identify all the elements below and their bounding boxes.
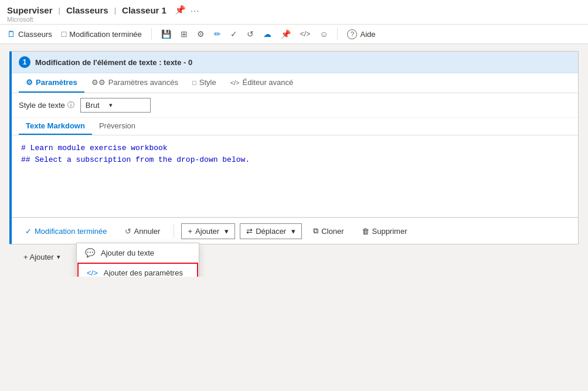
section-classeurs[interactable]: Classeurs xyxy=(66,5,108,15)
code-line-2: ## Select a subscription from the drop-d… xyxy=(21,154,569,166)
sep1: | xyxy=(59,6,60,15)
add-section-label: + Ajouter xyxy=(23,253,54,261)
style-label: Style de texte ⓘ xyxy=(19,100,74,110)
dropdown-item-texte[interactable]: 💬 Ajouter du texte xyxy=(77,243,199,262)
check-icon: ✓ xyxy=(230,29,237,39)
add-chevron-icon: ▾ xyxy=(57,253,60,261)
code-line-1: # Learn module exercise workbook xyxy=(21,142,569,154)
tab-style[interactable]: □ Style xyxy=(185,73,223,93)
app-title: Superviser xyxy=(7,5,53,15)
modif-terminee-icon: □ xyxy=(62,29,66,39)
copy-icon: ⊞ xyxy=(181,29,188,39)
toolbar-save[interactable]: 💾 xyxy=(161,29,171,39)
toolbar-settings[interactable]: ⚙ xyxy=(197,29,205,39)
refresh-icon: ↺ xyxy=(247,29,254,39)
toolbar-refresh[interactable]: ↺ xyxy=(247,29,254,39)
modif-terminee-button[interactable]: ✓ Modification terminée xyxy=(19,223,114,239)
toolbar-classeurs[interactable]: 🗒 Classeurs xyxy=(7,29,52,39)
plus-icon: + xyxy=(188,227,192,236)
panel-tabs: ⚙ Paramètres ⚙⚙ Paramètres avancés □ Sty… xyxy=(12,73,578,93)
toolbar-code[interactable]: </> xyxy=(300,30,310,38)
tab-texte-markdown[interactable]: Texte Markdown xyxy=(19,118,92,135)
toolbar-pin[interactable]: 📌 xyxy=(281,29,291,39)
md-tabs: Texte Markdown Préversion xyxy=(12,118,578,135)
ajouter-chevron-icon: ▾ xyxy=(225,227,229,236)
toolbar-edit[interactable]: ✏ xyxy=(214,29,221,39)
toolbar-share[interactable]: ☁ xyxy=(263,29,271,39)
subtitle: Microsoft xyxy=(7,16,199,23)
editeur-tab-icon: </> xyxy=(230,79,240,86)
ajouter-button[interactable]: + Ajouter ▾ xyxy=(181,223,235,239)
emoji-icon: ☺ xyxy=(320,29,328,39)
save-icon: 💾 xyxy=(161,29,171,39)
share-icon: ☁ xyxy=(263,29,271,39)
toolbar: 🗒 Classeurs □ Modification terminée 💾 ⊞ … xyxy=(0,25,588,44)
toolbar-help[interactable]: ? Aide xyxy=(347,29,375,39)
dropdown-item-parametres[interactable]: </> Ajouter des paramètres xyxy=(77,263,198,277)
style-select[interactable]: Brut ▾ xyxy=(80,98,151,113)
toolbar-copy[interactable]: ⊞ xyxy=(181,29,188,39)
code-icon: </> xyxy=(300,30,310,38)
toolbar-sep-2 xyxy=(337,28,338,40)
add-button[interactable]: + Ajouter ▾ xyxy=(19,250,65,264)
supprimer-button[interactable]: 🗑 Supprimer xyxy=(355,223,414,239)
parametres-tab-icon: ⚙ xyxy=(26,78,33,87)
cloner-icon: ⧉ xyxy=(313,226,318,236)
toolbar-modif-terminee[interactable]: □ Modification terminée xyxy=(62,29,142,39)
code-editor[interactable]: # Learn module exercise workbook ## Sele… xyxy=(12,135,578,217)
texte-icon: 💬 xyxy=(85,248,95,257)
toolbar-check[interactable]: ✓ xyxy=(230,29,237,39)
supprimer-icon: 🗑 xyxy=(362,227,369,236)
annuler-icon: ↺ xyxy=(125,227,131,236)
toolbar-sep-1 xyxy=(151,28,152,40)
edit-panel-header: 1 Modification de l'élément de texte : t… xyxy=(12,52,578,73)
tab-preversion[interactable]: Préversion xyxy=(92,118,142,135)
step-number: 1 xyxy=(19,56,30,68)
check-icon: ✓ xyxy=(25,227,32,236)
deplacer-icon: ⇄ xyxy=(246,227,253,236)
pin-icon[interactable]: 📌 xyxy=(175,5,186,15)
deplacer-button[interactable]: ⇄ Déplacer ▾ xyxy=(240,223,302,239)
annuler-button[interactable]: ↺ Annuler xyxy=(118,223,167,239)
code-h1: # Learn module exercise workbook xyxy=(21,142,168,154)
main-content: 1 Modification de l'élément de texte : t… xyxy=(0,44,588,277)
cloner-button[interactable]: ⧉ Cloner xyxy=(307,223,350,239)
more-icon[interactable]: ··· xyxy=(191,5,200,15)
toolbar-emoji[interactable]: ☺ xyxy=(320,29,328,39)
style-tab-icon: □ xyxy=(192,79,196,86)
edit-panel: 1 Modification de l'élément de texte : t… xyxy=(9,51,579,244)
action-sep-1 xyxy=(174,224,174,238)
code-h2: ## Select a subscription from the drop-d… xyxy=(21,154,250,166)
deplacer-chevron-icon: ▾ xyxy=(291,227,295,236)
parametres-avances-tab-icon: ⚙⚙ xyxy=(91,78,106,87)
action-bar: ✓ Modification terminée ↺ Annuler + Ajou… xyxy=(12,217,578,244)
toolbar-pin-icon: 📌 xyxy=(281,29,291,39)
tab-editeur-avance[interactable]: </> Éditeur avancé xyxy=(223,73,301,93)
classeurs-icon: 🗒 xyxy=(7,29,15,39)
tab-parametres-avances[interactable]: ⚙⚙ Paramètres avancés xyxy=(84,73,185,93)
tab-parametres[interactable]: ⚙ Paramètres xyxy=(19,73,84,93)
section-classeur1[interactable]: Classeur 1 xyxy=(122,5,166,15)
help-icon: ? xyxy=(347,29,357,39)
dropdown-menu: 💬 Ajouter du texte </> Ajouter des param… xyxy=(76,243,199,277)
params-icon: </> xyxy=(87,268,98,277)
edit-icon: ✏ xyxy=(214,29,221,39)
edit-panel-title: Modification de l'élément de texte : tex… xyxy=(35,58,192,67)
chevron-down-icon: ▾ xyxy=(109,101,113,109)
title-bar: Superviser | Classeurs | Classeur 1 📌 ··… xyxy=(0,0,588,25)
info-icon[interactable]: ⓘ xyxy=(67,100,74,110)
sep2: | xyxy=(114,6,116,15)
style-row: Style de texte ⓘ Brut ▾ xyxy=(12,93,578,118)
settings-icon: ⚙ xyxy=(197,29,205,39)
